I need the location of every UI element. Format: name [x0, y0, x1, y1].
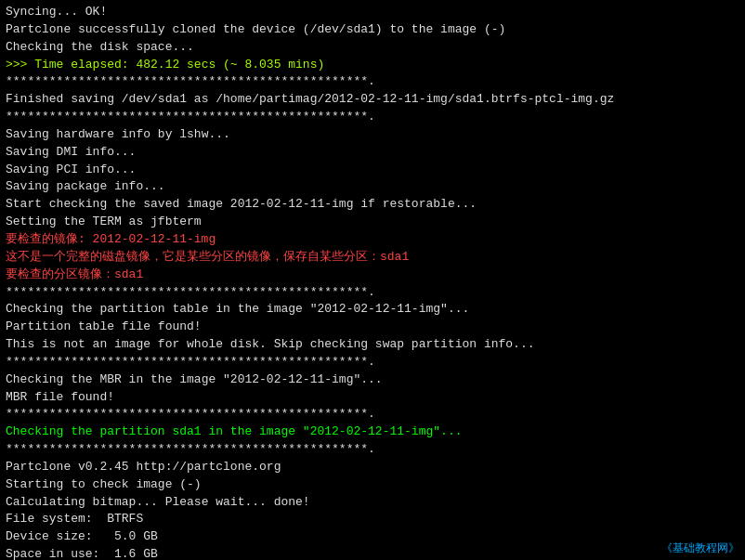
terminal-line: 要检查的镜像: 2012-02-12-11-img [6, 231, 739, 249]
terminal-line: ****************************************… [6, 406, 739, 423]
terminal-line: >>> Time elapsed: 482.12 secs (~ 8.035 m… [6, 57, 739, 74]
terminal-line: File system: BTRFS [6, 511, 739, 528]
terminal-line: 这不是一个完整的磁盘镜像，它是某些分区的镜像，保存自某些分区：sda1 [6, 249, 739, 267]
terminal-line: Calculating bitmap... Please wait... don… [6, 494, 739, 512]
terminal-line: 要检查的分区镜像：sda1 [6, 267, 739, 284]
terminal-line: ****************************************… [6, 441, 739, 459]
terminal-line: Partition table file found! [6, 319, 739, 336]
terminal-line: Checking the partition table in the imag… [6, 301, 739, 319]
terminal-line: Checking the disk space... [6, 39, 739, 57]
terminal-line: Starting to check image (-) [6, 476, 739, 494]
terminal-line: ****************************************… [6, 354, 739, 371]
terminal-line: ****************************************… [6, 109, 739, 126]
terminal-line: MBR file found! [6, 389, 739, 407]
terminal-line: Saving PCI info... [6, 162, 739, 179]
terminal-line: Finished saving /dev/sda1 as /home/parti… [6, 91, 739, 109]
terminal-line: Device size: 5.0 GB [6, 528, 739, 546]
terminal-line: Checking the MBR in the image "2012-02-1… [6, 371, 739, 389]
terminal-line: Space in use: 1.6 GB [6, 546, 739, 560]
terminal-line: Saving package info... [6, 178, 739, 196]
terminal-line: Saving DMI info... [6, 144, 739, 162]
terminal-line: ****************************************… [6, 284, 739, 302]
terminal-line: ****************************************… [6, 73, 739, 91]
terminal-window: Syncing... OK!Partclone successfully clo… [0, 0, 745, 560]
terminal-line: Syncing... OK! [6, 4, 739, 21]
watermark: 《基础教程网》 [661, 540, 739, 556]
terminal-line: Partclone v0.2.45 http://partclone.org [6, 459, 739, 476]
terminal-output: Syncing... OK!Partclone successfully clo… [6, 4, 739, 560]
terminal-line: This is not an image for whole disk. Ski… [6, 336, 739, 354]
terminal-line: Checking the partition sda1 in the image… [6, 423, 739, 441]
terminal-line: Start checking the saved image 2012-02-1… [6, 196, 739, 214]
terminal-line: Saving hardware info by lshw... [6, 126, 739, 144]
terminal-line: Setting the TERM as jfbterm [6, 214, 739, 231]
terminal-line: Partclone successfully cloned the device… [6, 21, 739, 39]
